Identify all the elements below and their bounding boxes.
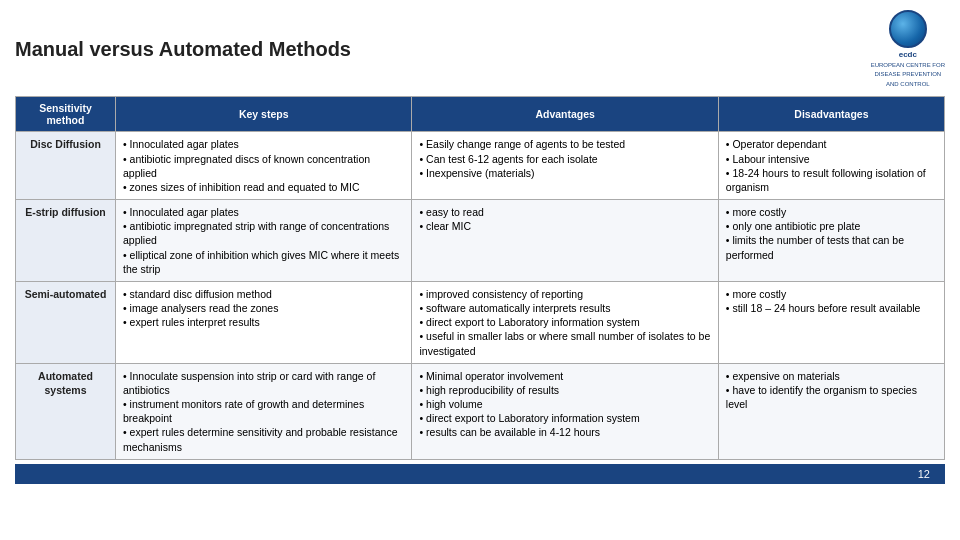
page-number: 12 bbox=[918, 468, 930, 480]
col-header-disadvantages: Disadvantages bbox=[718, 97, 944, 132]
key_steps-cell: • Innoculated agar plates• antibiotic im… bbox=[116, 132, 412, 200]
disadvantages-cell: • more costly• still 18 – 24 hours befor… bbox=[718, 281, 944, 363]
footer-bar: 12 bbox=[15, 464, 945, 484]
method-cell: Semi-automated bbox=[16, 281, 116, 363]
method-cell: Disc Diffusion bbox=[16, 132, 116, 200]
disadvantages-cell: • Operator dependant• Labour intensive• … bbox=[718, 132, 944, 200]
page: Manual versus Automated Methods ecdcEURO… bbox=[0, 0, 960, 540]
table-row: Semi-automated• standard disc diffusion … bbox=[16, 281, 945, 363]
key_steps-cell: • Innoculated agar plates• antibiotic im… bbox=[116, 200, 412, 282]
header: Manual versus Automated Methods ecdcEURO… bbox=[15, 10, 945, 88]
ecdc-logo: ecdcEUROPEAN CENTRE FORDISEASE PREVENTIO… bbox=[871, 10, 945, 88]
globe-icon bbox=[889, 10, 927, 48]
table-row: Disc Diffusion• Innoculated agar plates•… bbox=[16, 132, 945, 200]
disadvantages-cell: • expensive on materials• have to identi… bbox=[718, 363, 944, 459]
col-header-advantages: Advantages bbox=[412, 97, 718, 132]
ecdc-label: ecdcEUROPEAN CENTRE FORDISEASE PREVENTIO… bbox=[871, 50, 945, 88]
comparison-table: Sensitivity method Key steps Advantages … bbox=[15, 96, 945, 459]
method-cell: E-strip diffusion bbox=[16, 200, 116, 282]
page-title: Manual versus Automated Methods bbox=[15, 38, 351, 61]
disadvantages-cell: • more costly• only one antibiotic pre p… bbox=[718, 200, 944, 282]
table-row: E-strip diffusion• Innoculated agar plat… bbox=[16, 200, 945, 282]
table-row: Automated systems• Innoculate suspension… bbox=[16, 363, 945, 459]
key_steps-cell: • Innoculate suspension into strip or ca… bbox=[116, 363, 412, 459]
advantages-cell: • Minimal operator involvement• high rep… bbox=[412, 363, 718, 459]
advantages-cell: • improved consistency of reporting• sof… bbox=[412, 281, 718, 363]
advantages-cell: • easy to read• clear MIC bbox=[412, 200, 718, 282]
key_steps-cell: • standard disc diffusion method• image … bbox=[116, 281, 412, 363]
advantages-cell: • Easily change range of agents to be te… bbox=[412, 132, 718, 200]
method-cell: Automated systems bbox=[16, 363, 116, 459]
col-header-keysteps: Key steps bbox=[116, 97, 412, 132]
col-header-method: Sensitivity method bbox=[16, 97, 116, 132]
